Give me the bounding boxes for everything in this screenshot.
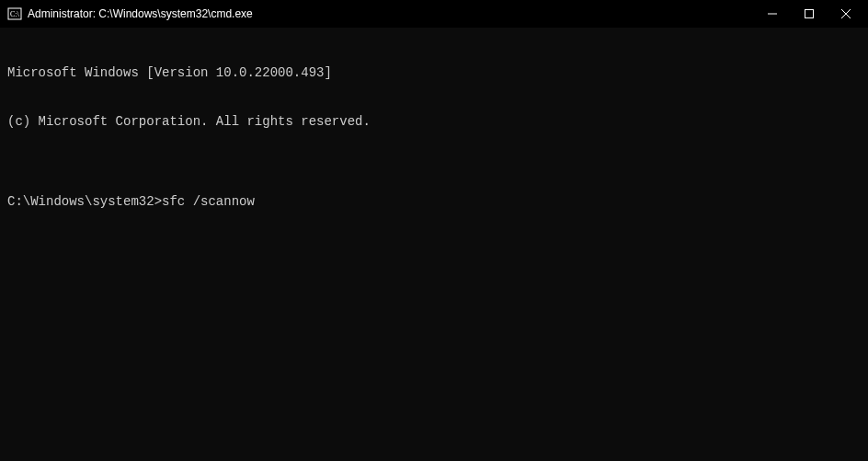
svg-rect-3 <box>805 10 814 18</box>
version-line: Microsoft Windows [Version 10.0.22000.49… <box>7 65 861 82</box>
text-cursor <box>256 194 263 209</box>
close-button[interactable] <box>837 5 855 23</box>
svg-text:C:\: C:\ <box>10 10 20 18</box>
terminal-body[interactable]: Microsoft Windows [Version 10.0.22000.49… <box>0 28 868 461</box>
minimize-button[interactable] <box>763 5 782 23</box>
title-bar: C:\ Administrator: C:\Windows\system32\c… <box>0 0 868 28</box>
command-input[interactable]: sfc /scannow <box>162 194 255 211</box>
window-title: Administrator: C:\Windows\system32\cmd.e… <box>28 7 763 20</box>
maximize-button[interactable] <box>800 5 818 23</box>
prompt-line: C:\Windows\system32>sfc /scannow <box>7 194 861 211</box>
copyright-line: (c) Microsoft Corporation. All rights re… <box>7 114 861 131</box>
window-controls <box>763 5 855 23</box>
cmd-icon: C:\ <box>7 6 22 21</box>
prompt-path: C:\Windows\system32> <box>7 194 162 211</box>
